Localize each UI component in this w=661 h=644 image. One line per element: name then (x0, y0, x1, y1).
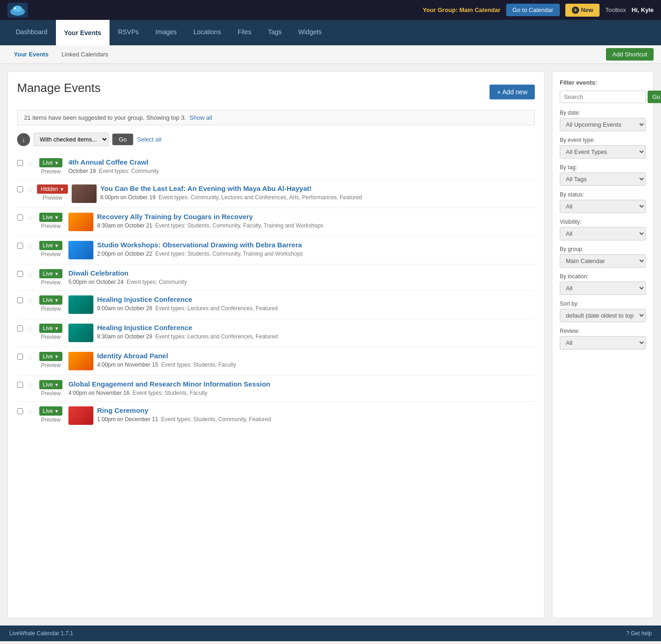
bulk-go-button[interactable]: Go (112, 134, 133, 145)
add-shortcut-button[interactable]: Add Shortcut (606, 48, 654, 61)
event-title[interactable]: Healing Injustice Conference (97, 324, 535, 331)
event-title[interactable]: 4th Annual Coffee Crawl (68, 158, 535, 166)
event-preview-link[interactable]: Preview (43, 195, 62, 201)
by-status-select[interactable]: All (560, 200, 646, 213)
by-event-type-select[interactable]: All Event Types (560, 145, 646, 159)
status-badge-live[interactable]: Live ▼ (39, 269, 63, 278)
status-badge-live[interactable]: Live ▼ (39, 324, 63, 333)
download-icon[interactable]: ↓ (17, 133, 30, 146)
event-preview-link[interactable]: Preview (41, 251, 61, 258)
get-help-link[interactable]: ? Get help (626, 630, 652, 637)
star-icon[interactable]: ☆ (27, 270, 33, 279)
event-preview-link[interactable]: Preview (41, 417, 61, 423)
event-checkbox[interactable] (17, 215, 23, 221)
search-row: Go (560, 91, 646, 103)
sort-by-select[interactable]: default (date oldest to top, title A-Z) (560, 309, 646, 322)
event-preview-link[interactable]: Preview (41, 279, 61, 286)
event-title[interactable]: You Can Be the Last Leaf: An Evening wit… (100, 184, 535, 192)
event-title[interactable]: Global Engagement and Research Minor Inf… (68, 380, 535, 388)
event-preview-link[interactable]: Preview (41, 223, 61, 229)
by-date-select[interactable]: All Upcoming Events (560, 118, 646, 131)
star-icon[interactable]: ☆ (27, 214, 33, 222)
star-icon[interactable]: ☆ (27, 353, 33, 362)
search-go-button[interactable]: Go (648, 91, 661, 103)
by-group-select[interactable]: Main Calendar (560, 254, 646, 268)
event-checkbox[interactable] (17, 271, 23, 277)
add-new-button[interactable]: + Add new (490, 85, 535, 99)
go-to-calendar-button[interactable]: Go to Calendar (506, 4, 560, 16)
visibility-select[interactable]: All (560, 227, 646, 240)
event-info: You Can Be the Last Leaf: An Evening wit… (100, 184, 535, 201)
nav-locations[interactable]: Locations (185, 20, 229, 45)
nav-files[interactable]: Files (229, 20, 260, 45)
star-icon[interactable]: ☆ (27, 381, 33, 390)
event-title[interactable]: Identity Abroad Panel (97, 352, 535, 360)
nav-images[interactable]: Images (147, 20, 185, 45)
sub-nav-linked-calendars[interactable]: Linked Calendars (55, 45, 115, 64)
event-checkbox[interactable] (17, 354, 23, 360)
star-icon[interactable]: ☆ (27, 296, 33, 305)
status-badge-live[interactable]: Live ▼ (39, 241, 63, 250)
event-info: Identity Abroad Panel 4:00pm on November… (97, 352, 535, 368)
status-badge-live[interactable]: Live ▼ (39, 158, 63, 167)
event-meta: 8:30am on October 21 Event types: Studen… (97, 222, 535, 229)
event-checkbox[interactable] (17, 325, 23, 331)
nav-widgets[interactable]: Widgets (290, 20, 330, 45)
search-input[interactable] (560, 91, 646, 103)
event-checkbox[interactable] (17, 243, 23, 249)
nav-your-events[interactable]: Your Events (56, 20, 110, 45)
by-location-select[interactable]: All (560, 282, 646, 295)
sub-nav-your-events[interactable]: Your Events (7, 45, 55, 64)
event-status: Live ▼ Preview (37, 380, 65, 397)
star-icon[interactable]: ☆ (27, 407, 33, 416)
review-select[interactable]: All (560, 336, 646, 350)
event-title[interactable]: Studio Workshops: Observational Drawing … (97, 241, 535, 249)
event-status: Live ▼ Preview (37, 213, 65, 229)
status-badge-live[interactable]: Live ▼ (39, 352, 63, 361)
event-checkbox[interactable] (17, 186, 23, 192)
star-icon[interactable]: ☆ (27, 242, 33, 251)
svg-point-2 (14, 7, 16, 9)
event-title[interactable]: Diwali Celebration (68, 269, 535, 277)
status-badge-live[interactable]: Live ▼ (39, 213, 63, 222)
bulk-action-select[interactable]: With checked items... (34, 133, 109, 146)
status-badge-live[interactable]: Live ▼ (39, 295, 63, 305)
status-badge-live[interactable]: Live ▼ (39, 406, 63, 416)
event-title[interactable]: Recovery Ally Training by Cougars in Rec… (97, 213, 535, 221)
event-status: Live ▼ Preview (37, 324, 65, 340)
nav-tags[interactable]: Tags (260, 20, 290, 45)
star-icon[interactable]: ☆ (27, 325, 33, 333)
event-meta: 4:00pm on November 16 Event types: Stude… (68, 390, 535, 396)
event-checkbox[interactable] (17, 297, 23, 303)
star-icon[interactable]: ☆ (27, 185, 33, 194)
by-tag-select[interactable]: All Tags (560, 172, 646, 186)
event-preview-link[interactable]: Preview (41, 168, 61, 175)
event-checkbox[interactable] (17, 408, 23, 414)
table-row: ☆ Live ▼ Preview Studio Workshops: Obser… (17, 236, 535, 264)
event-preview-link[interactable]: Preview (41, 334, 61, 340)
nav-dashboard[interactable]: Dashboard (7, 20, 56, 45)
event-thumbnail (68, 213, 93, 231)
by-status-label: By status: (560, 191, 646, 198)
bulk-actions: ↓ With checked items... Go Select all (17, 133, 535, 146)
event-checkbox[interactable] (17, 160, 23, 166)
new-button[interactable]: + New (565, 4, 600, 17)
left-panel: Manage Events + Add new 21 items have be… (7, 71, 545, 618)
status-badge-hidden[interactable]: Hidden ▼ (37, 184, 68, 194)
event-title[interactable]: Ring Ceremony (97, 406, 535, 414)
event-preview-link[interactable]: Preview (41, 362, 61, 368)
main-calendar-link[interactable]: Main Calendar (459, 6, 501, 13)
nav-rsvps[interactable]: RSVPs (110, 20, 147, 45)
event-thumbnail (68, 406, 93, 425)
select-all-link[interactable]: Select all (137, 136, 161, 143)
toolbox-link[interactable]: Toolbox (605, 6, 626, 13)
event-info: Diwali Celebration 5:00pm on October 24 … (68, 269, 535, 285)
event-checkbox[interactable] (17, 382, 23, 388)
event-preview-link[interactable]: Preview (41, 306, 61, 312)
event-title[interactable]: Healing Injustice Conference (97, 295, 535, 303)
star-icon[interactable]: ☆ (27, 159, 33, 168)
status-badge-live[interactable]: Live ▼ (39, 380, 63, 389)
show-all-link[interactable]: Show all (190, 114, 212, 121)
event-preview-link[interactable]: Preview (41, 390, 61, 397)
filter-by-date: By date: All Upcoming Events (560, 110, 646, 131)
